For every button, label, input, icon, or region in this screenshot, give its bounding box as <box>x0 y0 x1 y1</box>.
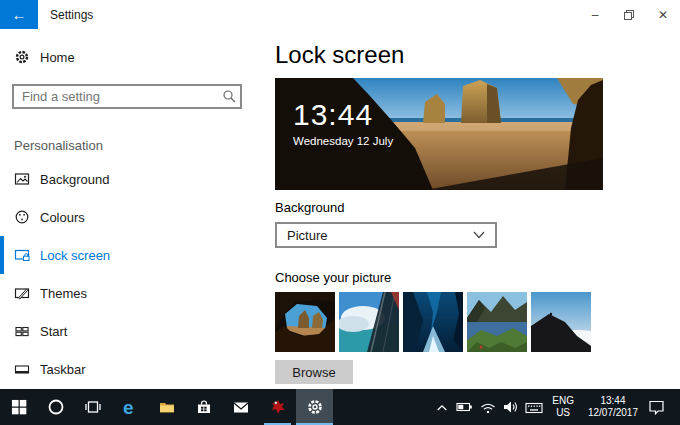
start-tiles-icon <box>14 323 30 339</box>
svg-text:e: e <box>123 397 134 417</box>
sidebar-item-colours[interactable]: Colours <box>0 198 270 236</box>
window-controls: – ✕ <box>578 0 680 29</box>
beach-preview-image <box>275 78 603 190</box>
thumbnail-mountain-lake[interactable] <box>467 292 527 352</box>
taskbar: e <box>0 389 680 425</box>
lock-screen-icon <box>14 247 30 263</box>
language-line1: ENG <box>552 395 574 408</box>
task-view-button[interactable] <box>74 389 111 425</box>
sidebar-item-themes[interactable]: Themes <box>0 274 270 312</box>
thumbnail-sky-glass-building[interactable] <box>339 292 399 352</box>
tray-time: 13:44 <box>588 395 638 408</box>
sidebar-item-taskbar[interactable]: Taskbar <box>0 350 270 388</box>
lock-screen-preview: 13:44 Wednesday 12 July <box>275 78 603 190</box>
thumbnail-ridge-above-clouds[interactable] <box>531 292 591 352</box>
close-icon: ✕ <box>658 8 668 22</box>
section-header: Personalisation <box>14 138 103 153</box>
sidebar-item-lock-screen[interactable]: Lock screen <box>0 236 270 274</box>
red-app-button[interactable] <box>259 389 296 425</box>
window-title: Settings <box>50 0 93 29</box>
clock-indicator[interactable]: 13:44 12/07/2017 <box>581 395 645 420</box>
search-input[interactable] <box>12 84 242 109</box>
chevron-up-icon <box>436 403 448 412</box>
page-title: Lock screen <box>275 41 404 69</box>
mail-envelope-icon <box>232 398 250 416</box>
settings-window: ← Settings – ✕ Home <box>0 0 680 425</box>
titlebar: ← Settings – ✕ <box>0 0 680 29</box>
action-center-icon <box>648 399 665 415</box>
edge-browser-button[interactable]: e <box>111 389 148 425</box>
thumbnail-beach-cave-arch[interactable] <box>275 292 335 352</box>
speaker-icon <box>503 399 519 415</box>
wifi-status[interactable] <box>476 389 499 425</box>
mail-button[interactable] <box>222 389 259 425</box>
file-explorer-button[interactable] <box>148 389 185 425</box>
store-button[interactable] <box>185 389 222 425</box>
back-button[interactable]: ← <box>0 0 38 29</box>
tray-date: 12/07/2017 <box>588 407 638 420</box>
task-view-icon <box>84 398 102 416</box>
touch-keyboard-button[interactable] <box>522 389 545 425</box>
chevron-down-icon <box>473 231 485 239</box>
tray-expand-button[interactable] <box>430 389 453 425</box>
store-bag-icon <box>195 398 213 416</box>
taskbar-icon <box>14 361 30 377</box>
cortana-circle-icon <box>47 398 65 416</box>
system-tray: ENG US 13:44 12/07/2017 <box>430 389 680 425</box>
search-icon[interactable] <box>222 89 236 103</box>
sidebar-item-background[interactable]: Background <box>0 160 270 198</box>
sidebar-item-label: Start <box>40 324 67 339</box>
gear-icon <box>14 49 30 65</box>
background-dropdown-value: Picture <box>287 228 327 243</box>
browse-button[interactable]: Browse <box>275 360 353 384</box>
sidebar-item-label: Background <box>40 172 109 187</box>
cortana-search-button[interactable] <box>37 389 74 425</box>
close-button[interactable]: ✕ <box>646 0 680 29</box>
main-content: Lock screen <box>275 29 680 389</box>
keyboard-icon <box>525 400 543 415</box>
taskbar-left: e <box>0 389 333 425</box>
sidebar-item-label: Themes <box>40 286 87 301</box>
edge-icon: e <box>120 397 140 417</box>
battery-icon <box>456 399 473 415</box>
back-arrow-icon: ← <box>12 6 27 23</box>
language-line2: US <box>552 407 574 420</box>
sidebar-item-start[interactable]: Start <box>0 312 270 350</box>
search-box <box>12 84 242 109</box>
settings-gear-icon <box>306 398 324 416</box>
start-button[interactable] <box>0 389 37 425</box>
folder-icon <box>158 398 176 416</box>
sidebar-item-label: Colours <box>40 210 85 225</box>
background-picture-icon <box>14 171 30 187</box>
picture-thumbnails <box>275 292 591 352</box>
restore-button[interactable] <box>612 0 646 29</box>
volume-status[interactable] <box>499 389 522 425</box>
minimize-button[interactable]: – <box>578 0 612 29</box>
red-app-icon <box>269 398 287 416</box>
background-dropdown[interactable]: Picture <box>275 222 497 248</box>
sidebar-item-home[interactable]: Home <box>0 43 270 71</box>
thumbnail-ice-cave[interactable] <box>403 292 463 352</box>
sidebar-item-label: Lock screen <box>40 248 110 263</box>
battery-status[interactable] <box>453 389 476 425</box>
windows-logo-icon <box>11 399 27 415</box>
wifi-icon <box>480 401 496 414</box>
sidebar-item-label: Home <box>40 50 75 65</box>
minimize-icon: – <box>592 8 599 22</box>
sidebar-item-label: Taskbar <box>40 362 86 377</box>
settings-app-button[interactable] <box>296 389 333 425</box>
sidebar: Home Personalisation Background <box>0 29 270 389</box>
themes-icon <box>14 285 30 301</box>
action-center-button[interactable] <box>645 389 668 425</box>
background-label: Background <box>275 200 344 215</box>
language-indicator[interactable]: ENG US <box>545 395 581 420</box>
colours-palette-icon <box>14 209 30 225</box>
choose-picture-label: Choose your picture <box>275 270 391 285</box>
browse-button-label: Browse <box>292 365 335 380</box>
restore-icon <box>623 9 635 21</box>
